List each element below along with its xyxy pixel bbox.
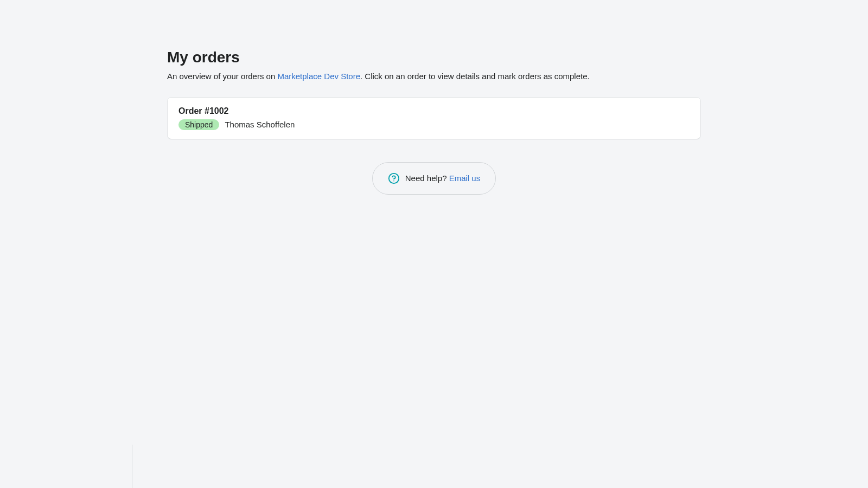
email-us-link[interactable]: Email us xyxy=(449,174,481,183)
divider xyxy=(132,445,132,488)
subtitle-suffix: . Click on an order to view details and … xyxy=(360,72,590,81)
help-text: Need help? Email us xyxy=(405,174,480,183)
status-badge: Shipped xyxy=(178,119,219,130)
subtitle-prefix: An overview of your orders on xyxy=(167,72,277,81)
store-link[interactable]: Marketplace Dev Store xyxy=(277,72,360,81)
order-title: Order #1002 xyxy=(178,106,690,116)
customer-name: Thomas Schoffelen xyxy=(225,120,295,129)
page-subtitle: An overview of your orders on Marketplac… xyxy=(167,70,701,83)
help-prompt: Need help? xyxy=(405,174,449,183)
order-card[interactable]: Order #1002 Shipped Thomas Schoffelen xyxy=(167,97,701,139)
help-box: Need help? Email us xyxy=(372,162,496,195)
help-circle-icon xyxy=(388,172,400,184)
page-title: My orders xyxy=(167,49,701,66)
order-meta: Shipped Thomas Schoffelen xyxy=(178,119,690,130)
